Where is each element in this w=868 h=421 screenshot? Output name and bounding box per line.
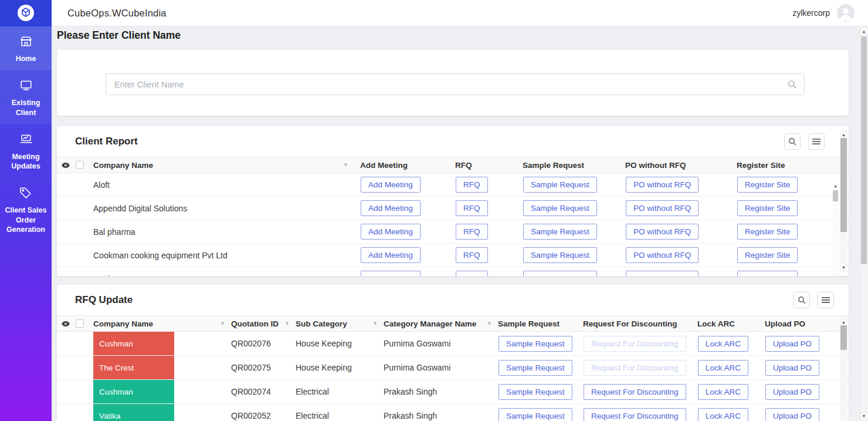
sidebar-item-home[interactable]: Home <box>0 26 52 70</box>
register-site-button[interactable]: Register Site <box>737 200 798 216</box>
add-meeting-button[interactable]: Add Meeting <box>361 271 421 276</box>
sidebar-item-meeting-updates[interactable]: Meeting Updates <box>0 124 52 178</box>
request-for-discounting-button: Request For Discounting <box>584 336 686 352</box>
client-report-panel-scrollbar[interactable]: ▲ ▼ <box>840 130 847 272</box>
scroll-down-icon[interactable]: ▼ <box>860 414 868 418</box>
lock-arc-button[interactable]: Lock ARC <box>698 336 748 352</box>
column-header-po-without-rfq: PO without RFQ <box>625 161 737 170</box>
column-header-category-manager-name[interactable]: Category Manager Name▼ <box>384 319 498 328</box>
sort-caret-icon[interactable]: ▼ <box>487 321 498 326</box>
upload-po-button[interactable]: Upload PO <box>765 384 819 400</box>
sort-caret-icon[interactable]: ▼ <box>220 321 231 326</box>
sample-request-button[interactable]: Sample Request <box>499 408 572 421</box>
sample-request-button[interactable]: Sample Request <box>523 224 597 240</box>
client-name-input[interactable] <box>106 73 805 95</box>
storefront-icon <box>19 34 33 49</box>
company-name-cell: Bal pharma <box>93 227 360 237</box>
client-report-grid-scrollbar[interactable]: ▲ <box>832 184 839 276</box>
add-meeting-button[interactable]: Add Meeting <box>361 200 421 216</box>
register-site-button[interactable]: Register Site <box>737 177 798 193</box>
page-title: Please Enter Client Name <box>57 29 181 42</box>
client-report-body: Aloft Add Meeting RFQ Sample Request PO … <box>57 173 849 276</box>
po-without-rfq-button[interactable]: PO without RFQ <box>626 247 699 263</box>
panel-title: RFQ Update <box>75 294 133 306</box>
register-site-button[interactable]: Register Site <box>737 247 798 263</box>
request-for-discounting-button[interactable]: Request For Discounting <box>584 408 686 421</box>
register-site-button[interactable]: Register Site <box>737 271 798 276</box>
app-title: CubeOps.WCubeIndia <box>67 8 167 19</box>
sample-request-button[interactable]: Sample Request <box>499 384 572 400</box>
show-hide-columns-icon[interactable] <box>57 321 74 327</box>
panel-search-button[interactable] <box>784 133 801 150</box>
laptop-chart-icon <box>19 132 33 147</box>
select-all-checkbox[interactable] <box>76 319 84 328</box>
show-hide-columns-icon[interactable] <box>57 162 74 169</box>
sort-caret-icon[interactable]: ▼ <box>284 321 296 326</box>
rfq-button[interactable]: RFQ <box>456 224 488 240</box>
rfq-button[interactable]: RFQ <box>456 271 488 276</box>
rfq-button[interactable]: RFQ <box>456 177 488 193</box>
scroll-down-icon[interactable]: ▼ <box>840 265 847 270</box>
monitor-icon <box>19 78 33 93</box>
sample-request-button[interactable]: Sample Request <box>499 360 572 376</box>
scroll-up-icon[interactable]: ▲ <box>840 320 847 324</box>
app-logo[interactable] <box>0 0 52 26</box>
company-name-cell: Aloft <box>93 180 360 190</box>
rfq-button[interactable]: RFQ <box>456 200 488 216</box>
sort-caret-icon[interactable]: ▼ <box>343 162 360 168</box>
scroll-up-icon[interactable]: ▲ <box>840 133 847 137</box>
upload-po-button[interactable]: Upload PO <box>765 336 819 352</box>
company-name-chip: Cushman <box>93 332 174 355</box>
company-name-chip: Cushman <box>93 380 174 403</box>
column-header-company-name[interactable]: Company Name▼ <box>93 161 360 170</box>
scroll-thumb[interactable] <box>861 36 867 264</box>
panel-menu-button[interactable] <box>808 133 825 150</box>
scroll-thumb[interactable] <box>833 190 838 201</box>
column-header-company-name[interactable]: Company Name▼ <box>93 316 231 331</box>
po-without-rfq-button[interactable]: PO without RFQ <box>626 177 699 193</box>
company-name-cell: Cushman <box>93 274 360 277</box>
rfq-update-panel-scrollbar[interactable]: ▲ <box>840 317 847 421</box>
column-header-lock-arc: Lock ARC <box>697 319 765 328</box>
column-header-add-meeting: Add Meeting <box>360 161 455 170</box>
sample-request-button[interactable]: Sample Request <box>499 336 572 352</box>
column-header-sub-category[interactable]: Sub Category▼ <box>296 319 384 328</box>
client-report-header-row: Company Name▼ Add Meeting RFQ Sample Req… <box>57 157 849 173</box>
add-meeting-button[interactable]: Add Meeting <box>361 177 421 193</box>
sample-request-button[interactable]: Sample Request <box>523 200 597 216</box>
upload-po-button[interactable]: Upload PO <box>765 408 819 421</box>
rfq-button[interactable]: RFQ <box>456 247 488 263</box>
request-for-discounting-button[interactable]: Request For Discounting <box>584 384 686 400</box>
upload-po-button[interactable]: Upload PO <box>765 360 819 376</box>
page-scrollbar[interactable]: ▲ ▼ <box>859 26 868 421</box>
sidebar-item-existing-client[interactable]: Existing Client <box>0 70 52 124</box>
search-icon[interactable] <box>788 80 796 91</box>
lock-arc-button[interactable]: Lock ARC <box>698 408 748 421</box>
add-meeting-button[interactable]: Add Meeting <box>361 247 421 263</box>
column-header-quotation-id[interactable]: Quotation ID▼ <box>231 319 296 328</box>
avatar[interactable] <box>837 4 855 22</box>
sidebar-item-label: Existing Client <box>2 98 50 117</box>
sample-request-button[interactable]: Sample Request <box>523 177 597 193</box>
column-header-rfq: RFQ <box>455 161 523 170</box>
po-without-rfq-button[interactable]: PO without RFQ <box>626 224 699 240</box>
scroll-thumb[interactable] <box>840 325 847 350</box>
scroll-thumb[interactable] <box>840 138 847 232</box>
panel-menu-button[interactable] <box>818 292 834 308</box>
add-meeting-button[interactable]: Add Meeting <box>361 224 421 240</box>
lock-arc-button[interactable]: Lock ARC <box>698 360 748 376</box>
scroll-up-icon[interactable]: ▲ <box>832 184 839 188</box>
lock-arc-button[interactable]: Lock ARC <box>698 384 748 400</box>
select-all-checkbox[interactable] <box>76 161 84 169</box>
po-without-rfq-button[interactable]: PO without RFQ <box>626 200 699 216</box>
scroll-up-icon[interactable]: ▲ <box>860 29 868 33</box>
sample-request-button[interactable]: Sample Request <box>523 247 597 263</box>
register-site-button[interactable]: Register Site <box>737 224 798 240</box>
sample-request-button[interactable]: Sample Request <box>523 271 597 276</box>
client-search-card <box>57 50 849 116</box>
po-without-rfq-button[interactable]: PO without RFQ <box>626 271 699 276</box>
sidebar-item-client-sales-order-generation[interactable]: Client Sales Order Generation <box>0 178 52 241</box>
sidebar-item-label: Client Sales Order Generation <box>2 206 50 234</box>
panel-search-button[interactable] <box>794 292 810 308</box>
sort-caret-icon[interactable]: ▼ <box>372 321 384 326</box>
